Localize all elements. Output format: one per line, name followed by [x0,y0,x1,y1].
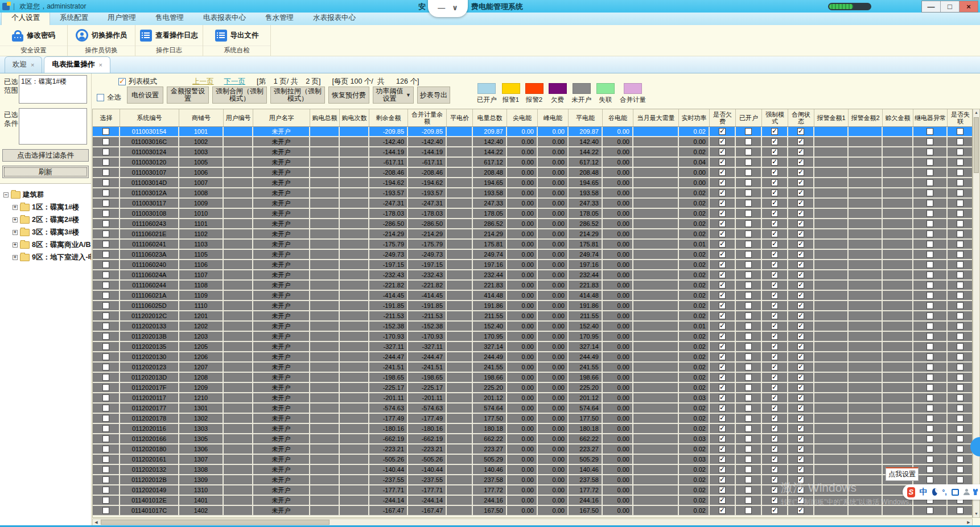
table-row[interactable]: 011202017F1209未开户-225.17-225.17225.200.0… [93,383,972,393]
switch-checkbox[interactable] [797,159,804,166]
column-header-remain[interactable]: 剩余金额 [369,109,408,126]
opened-checkbox[interactable] [745,323,752,330]
ime-language-indicator[interactable]: 中 [920,487,928,497]
relay-checkbox[interactable] [927,312,933,319]
table-row[interactable]: 01100301081010未开户-178.03-178.03178.050.0… [93,209,972,219]
select-checkbox[interactable] [102,446,109,452]
opened-checkbox[interactable] [745,435,752,442]
select-checkbox[interactable] [102,220,109,227]
relay-checkbox[interactable] [927,476,933,483]
select-checkbox[interactable] [102,159,109,166]
select-checkbox[interactable] [102,394,109,401]
vertical-scroll-thumb[interactable] [974,117,979,173]
opened-checkbox[interactable] [745,282,752,289]
lost-checkbox[interactable] [957,261,963,268]
table-row[interactable]: 01120201611307未开户-505.26-505.26505.290.0… [93,455,972,465]
recorder-minimize-icon[interactable]: — [438,3,445,12]
table-row[interactable]: 01100301171009未开户-247.31-247.31247.330.0… [93,199,972,209]
expand-icon[interactable]: + [13,205,18,210]
switch-checkbox[interactable] [797,138,804,145]
select-checkbox[interactable] [102,190,109,196]
tree-item-4[interactable]: +9区：地下室进入-电表 [3,251,91,264]
opened-checkbox[interactable] [745,241,752,248]
force-checkbox[interactable] [771,200,778,207]
lost-checkbox[interactable] [957,415,963,422]
switch-checkbox[interactable] [797,282,804,289]
select-checkbox[interactable] [102,241,109,248]
switch-checkbox[interactable] [797,364,804,370]
opened-checkbox[interactable] [745,507,752,514]
menu-item-3[interactable]: 售电管理 [146,11,193,25]
force-checkbox[interactable] [771,476,778,483]
force-checkbox[interactable] [771,415,778,422]
table-row[interactable]: 011202012C1201未开户-211.53-211.53211.550.0… [93,311,972,322]
owe-checkbox[interactable] [719,425,726,432]
owe-checkbox[interactable] [719,476,726,483]
select-checkbox[interactable] [102,405,109,411]
lost-checkbox[interactable] [957,466,963,473]
table-row[interactable]: 011003012A1008未开户-193.57-193.57193.580.0… [93,188,972,199]
column-header-force[interactable]: 强制模式 [762,109,788,126]
lost-checkbox[interactable] [957,220,963,227]
owe-checkbox[interactable] [719,128,726,135]
force-checkbox[interactable] [771,179,778,186]
owe-checkbox[interactable] [719,179,726,186]
relay-checkbox[interactable] [927,190,933,196]
force-checkbox[interactable] [771,394,778,401]
relay-checkbox[interactable] [927,149,933,155]
table-row[interactable]: 01120201161303未开户-180.16-180.16180.180.0… [93,424,972,434]
owe-checkbox[interactable] [719,251,726,258]
switch-checkbox[interactable] [797,169,804,176]
owe-checkbox[interactable] [719,138,726,145]
column-header-peak[interactable]: 峰电能 [538,109,569,126]
horizontal-scroll-thumb[interactable] [101,520,330,525]
tree-item-0[interactable]: +1区：碟寓1#楼 [3,201,91,213]
column-header-switch[interactable]: 合闸状态 [788,109,814,126]
relay-checkbox[interactable] [927,128,933,135]
relay-checkbox[interactable] [927,364,933,370]
switch-checkbox[interactable] [797,384,804,391]
opened-checkbox[interactable] [745,220,752,227]
force-checkbox[interactable] [771,405,778,411]
select-checkbox[interactable] [102,343,109,350]
relay-checkbox[interactable] [927,159,933,166]
opened-checkbox[interactable] [745,128,752,135]
opened-checkbox[interactable] [745,497,752,504]
moon-icon[interactable] [932,488,938,496]
owe-checkbox[interactable] [719,487,726,493]
opened-checkbox[interactable] [745,364,752,370]
lost-checkbox[interactable] [957,312,963,319]
owe-checkbox[interactable] [719,405,726,411]
switch-checkbox[interactable] [797,292,804,299]
column-header-buytotal[interactable]: 购电总额 [310,109,340,126]
force-checkbox[interactable] [771,374,778,381]
restore-button[interactable]: □ [941,1,960,12]
table-row[interactable]: 01120201301206未开户-244.47-244.47244.490.0… [93,352,972,363]
switch-checkbox[interactable] [797,179,804,186]
select-checkbox[interactable] [102,282,109,289]
switch-checkbox[interactable] [797,251,804,258]
force-checkbox[interactable] [771,384,778,391]
lost-checkbox[interactable] [957,241,963,248]
select-checkbox[interactable] [102,364,109,370]
force-checkbox[interactable] [771,456,778,463]
switch-checkbox[interactable] [797,210,804,217]
opened-checkbox[interactable] [745,302,752,309]
lost-checkbox[interactable] [957,271,963,278]
table-row[interactable]: 01100301071006未开户-208.46-208.46208.480.0… [93,168,972,178]
switch-checkbox[interactable] [797,415,804,422]
force-checkbox[interactable] [771,292,778,299]
column-header-sharp[interactable]: 尖电能 [507,109,538,126]
select-checkbox[interactable] [102,333,109,340]
keyboard-icon[interactable] [952,489,960,496]
export-file-button[interactable]: 导出文件 [203,25,270,46]
switch-checkbox[interactable] [797,302,804,309]
scroll-down-icon[interactable]: ▼ [973,510,979,517]
column-header-userno[interactable]: 用户编号 [224,109,253,126]
relay-checkbox[interactable] [927,466,933,473]
expand-icon[interactable]: + [13,242,18,248]
owe-checkbox[interactable] [719,230,726,237]
selected-range-box[interactable]: 1区：碟寓1#楼 [19,75,87,104]
owe-checkbox[interactable] [719,210,726,217]
relay-checkbox[interactable] [927,446,933,452]
